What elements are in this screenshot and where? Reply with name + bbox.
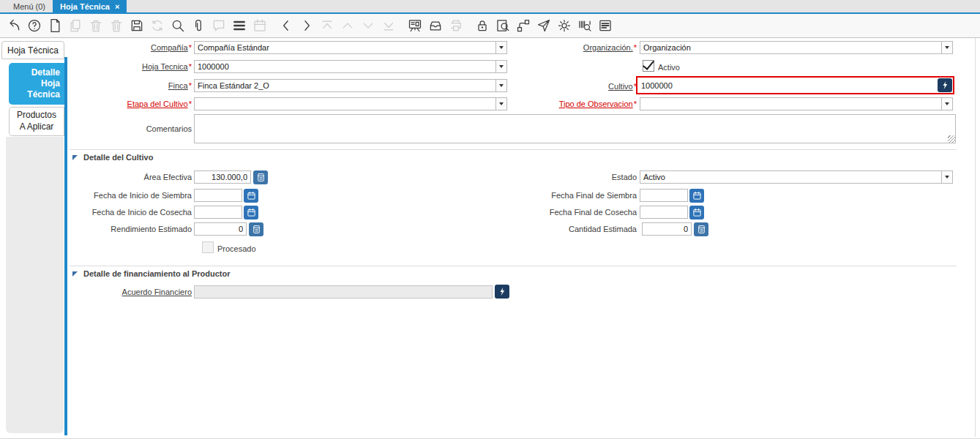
close-tab-icon[interactable]: × <box>115 2 119 11</box>
tipo-dropdown-button[interactable] <box>941 97 953 110</box>
grid-toggle-button[interactable] <box>231 18 247 34</box>
sidebar-tab-detalle-hoja-tecnica[interactable]: Detalle Hoja Técnica <box>9 63 64 105</box>
finca-input[interactable] <box>194 79 495 92</box>
sidebar-tab-productos-a-aplicar[interactable]: Productos A Aplicar <box>9 107 64 136</box>
history-icon <box>253 18 267 33</box>
zoom-across-icon <box>495 18 510 33</box>
preference-icon <box>557 18 572 33</box>
content-right-border <box>975 38 976 437</box>
cantidad-calculator-button[interactable] <box>694 222 708 236</box>
tab-menu[interactable]: Menú (0) <box>6 0 53 12</box>
hoja-tecnica-input[interactable] <box>194 60 495 73</box>
estado-dropdown-button[interactable] <box>941 170 953 184</box>
chat-icon <box>212 18 226 33</box>
undo-button[interactable] <box>6 18 21 34</box>
activo-checkbox[interactable] <box>643 60 654 72</box>
next-record-button[interactable] <box>299 18 314 34</box>
parent-record-button <box>340 18 355 34</box>
chat-button <box>211 18 226 34</box>
print-button <box>448 18 463 34</box>
workflow-icon <box>516 18 531 33</box>
cultivo-lookup-button[interactable] <box>938 78 952 92</box>
comentarios-textarea[interactable] <box>194 114 956 143</box>
tab-hoja-tecnica[interactable]: Hoja Técnica × <box>53 0 127 12</box>
help-button[interactable] <box>26 18 42 34</box>
area-efectiva-calculator-button[interactable] <box>253 170 268 184</box>
save-button[interactable] <box>129 18 144 34</box>
section-divider <box>70 266 957 266</box>
collapse-icon[interactable] <box>72 271 78 277</box>
save-icon <box>130 18 144 33</box>
sidebar-tab-productos-label: Productos A Aplicar <box>17 110 56 132</box>
cultivo-input[interactable] <box>638 79 936 91</box>
compania-dropdown-button[interactable] <box>495 41 507 54</box>
find-button[interactable] <box>170 18 185 34</box>
calendar-icon <box>247 208 256 217</box>
lock-button[interactable] <box>474 18 490 34</box>
tipo-de-observacion-input[interactable] <box>640 97 941 110</box>
rendimiento-estimado-label: Rendimiento Estimado <box>67 223 192 235</box>
tipo-de-observacion-combo <box>640 97 953 110</box>
cantidad-estimada-input[interactable] <box>642 222 692 236</box>
new-record-button[interactable] <box>47 18 62 34</box>
attachment-icon <box>191 18 206 33</box>
hoja-tecnica-label: Hoja Tecnica* <box>67 61 192 72</box>
report-window-button[interactable] <box>597 18 613 34</box>
delete-selection-button <box>108 18 124 34</box>
compania-combo <box>194 41 507 54</box>
section-title: Detalle de financiamiento al Productor <box>83 269 231 278</box>
section-detalle-del-cultivo: Detalle del Cultivo <box>72 153 153 162</box>
fecha-final-cosecha-calendar-button[interactable] <box>689 206 704 220</box>
report-button[interactable] <box>407 18 422 34</box>
fecha-inicio-cosecha-calendar-button[interactable] <box>244 206 258 220</box>
undo-icon <box>7 18 21 33</box>
calendar-icon <box>247 191 256 200</box>
parent-record-icon <box>340 18 355 33</box>
compania-label: Compañía* <box>67 42 192 53</box>
comentarios-label: Comentarios <box>67 123 192 135</box>
product-info-button[interactable] <box>577 18 592 34</box>
fecha-final-cosecha-input[interactable] <box>640 206 688 219</box>
etapa-del-cultivo-input[interactable] <box>194 97 495 110</box>
detail-record-button <box>360 18 375 34</box>
product-info-icon <box>577 18 592 33</box>
delete-record-icon <box>89 18 103 33</box>
delete-selection-icon <box>109 18 124 33</box>
estado-label: Estado <box>512 171 637 183</box>
calendar-icon <box>692 191 702 200</box>
previous-record-icon <box>279 18 293 33</box>
hoja-tecnica-dropdown-button[interactable] <box>495 60 507 73</box>
preference-button[interactable] <box>556 18 572 34</box>
fecha-final-siembra-calendar-button[interactable] <box>689 189 704 203</box>
finca-label: Finca* <box>67 80 192 91</box>
request-button[interactable] <box>536 18 551 34</box>
finca-dropdown-button[interactable] <box>495 79 507 92</box>
archive-icon <box>428 18 443 33</box>
area-efectiva-input[interactable] <box>194 170 251 184</box>
copy-record-button <box>67 18 83 34</box>
archive-button[interactable] <box>427 18 443 34</box>
procesado-checkbox[interactable] <box>202 241 214 253</box>
hoja-tecnica-window: Menú (0) Hoja Técnica × Hoja Técnica Det… <box>0 0 980 439</box>
etapa-dropdown-button[interactable] <box>495 97 507 110</box>
previous-record-button[interactable] <box>278 18 293 34</box>
workflow-button[interactable] <box>515 18 531 34</box>
fecha-final-siembra-input[interactable] <box>640 189 688 202</box>
sidebar-tab-hoja-tecnica-label: Hoja Técnica <box>7 45 59 56</box>
attachment-button[interactable] <box>190 18 206 34</box>
compania-input[interactable] <box>194 41 495 54</box>
acuerdo-financiero-lookup-button[interactable] <box>495 285 509 299</box>
collapse-icon[interactable] <box>72 155 78 160</box>
textarea-resize-handle[interactable] <box>948 135 955 143</box>
fecha-inicio-cosecha-input[interactable] <box>194 206 242 219</box>
organizacion-input[interactable] <box>640 41 941 54</box>
rendimiento-calculator-button[interactable] <box>249 222 263 236</box>
rendimiento-estimado-input[interactable] <box>194 222 247 236</box>
sidebar-tab-hoja-tecnica[interactable]: Hoja Técnica <box>1 41 64 59</box>
fecha-inicio-siembra-calendar-button[interactable] <box>244 189 258 203</box>
estado-input[interactable] <box>640 170 941 184</box>
fecha-inicio-siembra-input[interactable] <box>194 189 242 202</box>
organizacion-dropdown-button[interactable] <box>941 41 953 54</box>
chevron-down-icon <box>499 84 504 87</box>
zoom-across-button[interactable] <box>495 18 510 34</box>
